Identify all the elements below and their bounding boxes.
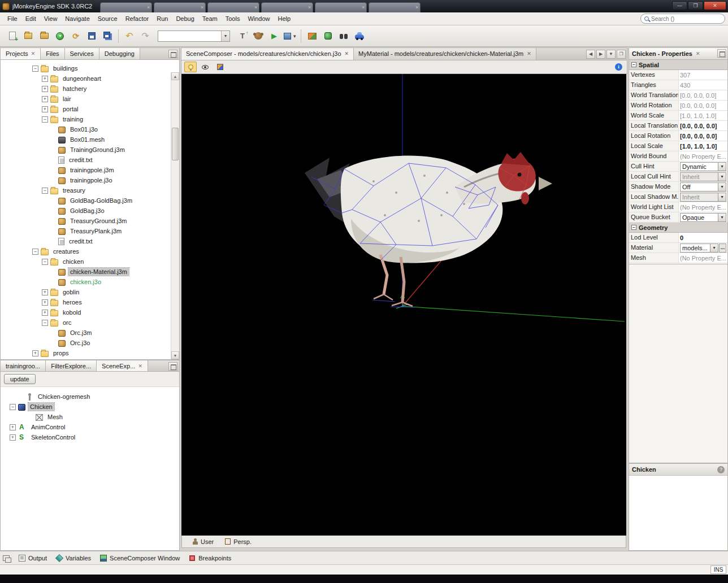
tree-row-mesh[interactable]: Mesh xyxy=(1,412,179,422)
toolbar-new-project-button[interactable] xyxy=(20,28,36,44)
toolbar-build-button[interactable] xyxy=(282,28,298,44)
tree-row-goldbag-j3o[interactable]: GoldBag.j3o xyxy=(1,206,179,216)
menu-navigate[interactable]: Navigate xyxy=(61,12,93,25)
menu-tools[interactable]: Tools xyxy=(222,12,244,25)
help-icon[interactable]: ? xyxy=(717,466,725,473)
menu-source[interactable]: Source xyxy=(94,12,122,25)
toolbar-redo-button[interactable] xyxy=(137,28,153,44)
tree-row-orc-j3o[interactable]: Orc.j3o xyxy=(1,338,179,348)
tree-row-props[interactable]: +props xyxy=(1,348,179,358)
dock-windows-icon[interactable] xyxy=(3,555,10,561)
tree-row-chicken[interactable]: −Chicken xyxy=(1,402,179,412)
toggle-plus-icon[interactable]: + xyxy=(42,86,48,92)
tab-close-icon[interactable]: × xyxy=(254,4,257,11)
tree-row-heroes[interactable]: +heroes xyxy=(1,297,179,307)
projects-tab-services[interactable]: Services xyxy=(65,48,99,59)
tree-row-skeletoncontrol[interactable]: +SkeletonControl xyxy=(1,432,179,442)
property-combobox[interactable]: Inherit▾ xyxy=(680,193,726,202)
menu-team[interactable]: Team xyxy=(198,12,222,25)
tree-row-kobold[interactable]: +kobold xyxy=(1,307,179,317)
property-row-world-rotation[interactable]: World Rotation[0.0, 0.0, 0.0] xyxy=(629,101,727,111)
toggle-plus-icon[interactable]: + xyxy=(42,299,48,306)
tree-row-goldbag-goldbag-j3m[interactable]: GoldBag-GoldBag.j3m xyxy=(1,195,179,206)
property-combobox[interactable]: Opaque▾ xyxy=(680,213,726,222)
property-row-local-shadow-m[interactable]: Local Shadow M...Inherit▾ xyxy=(629,192,727,202)
toggle-plus-icon[interactable]: + xyxy=(42,310,48,316)
close-button[interactable]: ✕ xyxy=(704,1,726,10)
explorer-tab-trainingroo[interactable]: trainingroo... xyxy=(1,360,46,371)
menu-debug[interactable]: Debug xyxy=(172,12,198,25)
background-tab-3[interactable]: × xyxy=(207,2,259,12)
toolbar-save-button[interactable] xyxy=(84,28,99,44)
scroll-up-icon[interactable]: ▲ xyxy=(171,72,179,80)
tree-row-box01-mesh[interactable]: Box01.mesh xyxy=(1,134,179,145)
tab-close-icon[interactable]: × xyxy=(362,4,365,11)
background-tab-2[interactable]: × xyxy=(154,2,206,12)
collapse-icon[interactable]: − xyxy=(631,225,636,230)
tree-row-credit-txt[interactable]: credit.txt xyxy=(1,236,179,246)
scroll-tabs-left-icon[interactable]: ◀ xyxy=(586,50,595,59)
menu-run[interactable]: Run xyxy=(153,12,172,25)
maximize-window-icon[interactable]: ❐ xyxy=(617,50,626,59)
viewport-3d[interactable] xyxy=(181,74,626,536)
editor-tab-mymaterial[interactable]: MyMaterial - models/creatures/chicken/ch… xyxy=(354,48,536,60)
menu-file[interactable]: File xyxy=(3,12,21,25)
statusbar-breakpoints[interactable]: Breakpoints xyxy=(189,555,231,562)
explorer-tab-filterexplore[interactable]: FilterExplore... xyxy=(46,360,97,371)
toggle-minus-icon[interactable]: − xyxy=(42,188,48,194)
search-box[interactable] xyxy=(640,14,725,24)
statusbar-variables[interactable]: Variables xyxy=(56,555,91,562)
ellipsis-button[interactable]: ... xyxy=(719,243,726,253)
toggle-plus-icon[interactable]: + xyxy=(42,76,48,82)
property-row-local-cull-hint[interactable]: Local Cull HintInherit▾ xyxy=(629,172,727,182)
explorer-tab-sceneexp[interactable]: SceneExp...✕ xyxy=(97,360,148,371)
property-row-material[interactable]: Materialmodels...▾... xyxy=(629,243,727,253)
menu-help[interactable]: Help xyxy=(274,12,295,25)
projection-mode[interactable]: Persp. xyxy=(225,538,252,545)
toolbar-combobox[interactable]: ▾ xyxy=(158,31,230,42)
property-row-mesh[interactable]: Mesh(No Property E... xyxy=(629,253,727,263)
toolbar-update-center-button[interactable] xyxy=(52,28,68,44)
tree-row-chicken-material-j3m[interactable]: chicken-Material.j3m xyxy=(1,267,179,277)
toolbar-new-file-button[interactable] xyxy=(5,28,20,44)
toggle-plus-icon[interactable]: + xyxy=(32,350,38,356)
statusbar-output[interactable]: Output xyxy=(19,555,47,562)
property-combobox[interactable]: Off▾ xyxy=(680,182,726,192)
restore-button[interactable]: ❐ xyxy=(688,1,703,10)
property-row-shadow-mode[interactable]: Shadow ModeOff▾ xyxy=(629,182,727,192)
property-row-world-translation[interactable]: World Translation[0.0, 0.0, 0.0] xyxy=(629,90,727,101)
menu-edit[interactable]: Edit xyxy=(21,12,40,25)
tab-close-icon[interactable]: ✕ xyxy=(345,48,349,60)
toolbar-refresh-button[interactable] xyxy=(68,28,84,44)
statusbar-scenecomposer-window[interactable]: SceneComposer Window xyxy=(100,555,180,562)
toggle-minus-icon[interactable]: − xyxy=(10,404,16,410)
property-section-spatial[interactable]: −Spatial xyxy=(629,60,727,70)
panel-minimize-button[interactable] xyxy=(717,49,726,58)
properties-header[interactable]: Chicken - Properties ✕ xyxy=(629,47,728,60)
toolbar-undo-button[interactable] xyxy=(122,28,137,44)
toolbar-t-tool-button[interactable] xyxy=(235,28,250,44)
tree-row-portal[interactable]: +portal xyxy=(1,104,179,114)
property-section-geometry[interactable]: −Geometry xyxy=(629,223,727,233)
tab-close-icon[interactable]: ✕ xyxy=(138,360,142,372)
panel-minimize-button[interactable] xyxy=(168,50,177,58)
toggle-minus-icon[interactable]: − xyxy=(42,259,48,265)
tree-row-creatures[interactable]: −creatures xyxy=(1,246,179,256)
tab-list-icon[interactable]: ▼ xyxy=(606,50,616,59)
camera-mode[interactable]: User xyxy=(192,538,214,545)
projects-tab-files[interactable]: Files xyxy=(41,48,64,59)
property-row-world-light-list[interactable]: World Light List(No Property E... xyxy=(629,202,727,212)
toolbar-material-button[interactable] xyxy=(320,28,336,44)
search-input[interactable] xyxy=(651,16,713,22)
update-button[interactable]: update xyxy=(4,374,36,384)
toolbar-save-all-button[interactable] xyxy=(99,28,115,44)
scroll-down-icon[interactable]: ▼ xyxy=(171,351,179,359)
property-row-local-rotation[interactable]: Local Rotation[0.0, 0.0, 0.0] xyxy=(629,131,727,141)
background-tab-4[interactable]: × xyxy=(261,2,313,12)
tab-close-icon[interactable]: × xyxy=(201,4,203,11)
menu-view[interactable]: View xyxy=(40,12,62,25)
background-tab-6[interactable]: × xyxy=(369,2,421,12)
minimize-button[interactable]: — xyxy=(672,1,687,10)
toggle-visibility-button[interactable] xyxy=(199,62,211,72)
toggle-minus-icon[interactable]: − xyxy=(32,249,38,255)
